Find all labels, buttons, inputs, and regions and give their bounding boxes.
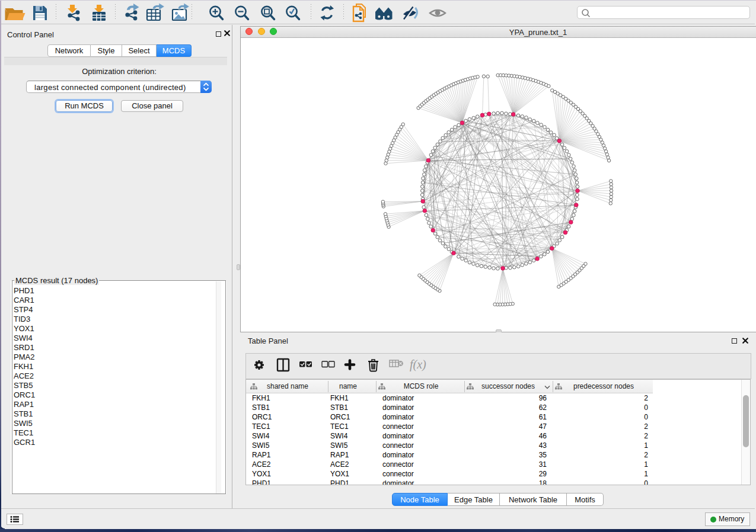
svg-text:f(x): f(x) [410,358,426,371]
